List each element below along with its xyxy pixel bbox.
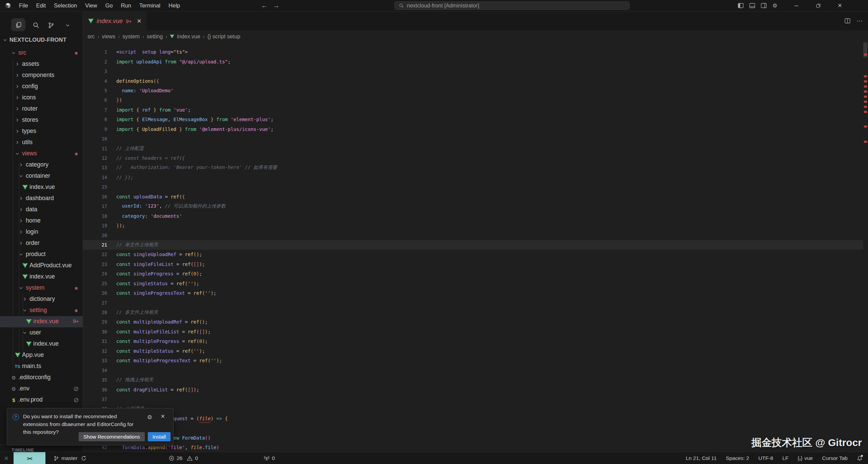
tree-item-system[interactable]: system (0, 283, 83, 294)
code-line-5[interactable]: 5 name: 'UploadDemo' (83, 86, 863, 95)
breadcrumb-item-views[interactable]: views (102, 34, 115, 40)
code-line-20[interactable]: 20 (83, 230, 863, 240)
tree-item-AddProduct-vue[interactable]: AddProduct.vue (0, 260, 83, 271)
tree-item-types[interactable]: types (0, 126, 83, 137)
tree-item-order[interactable]: order (0, 238, 83, 249)
tree-item-icons[interactable]: icons (0, 92, 83, 103)
code-line-6[interactable]: 6}) (83, 95, 863, 105)
menu-help[interactable]: Help (164, 0, 184, 11)
cursor-tab-item[interactable]: Cursor Tab (822, 455, 848, 461)
notification-settings-icon[interactable]: ⚙ (147, 414, 152, 421)
explorer-view-button[interactable] (11, 18, 25, 31)
code-line-27[interactable]: 27 (83, 298, 863, 307)
ports-status-item[interactable]: 0 (264, 452, 275, 464)
nav-back-icon[interactable]: ← (261, 2, 268, 9)
code-line-16[interactable]: 16const uploadData = ref({ (83, 192, 863, 201)
nav-forward-icon[interactable]: → (273, 2, 279, 9)
code-line-22[interactable]: 22const singleUploadRef = ref(); (83, 250, 863, 259)
restore-button[interactable] (810, 0, 826, 11)
tree-item-stores[interactable]: stores (0, 115, 83, 126)
command-center[interactable]: nextcloud-front [Administrator] (394, 1, 630, 10)
tree-item-home[interactable]: home (0, 215, 83, 227)
code-line-4[interactable]: 4defineOptions({ (83, 76, 863, 85)
code-line-35[interactable]: 35// 拖拽上传相关 (83, 375, 863, 385)
breadcrumb-item-file[interactable]: index.vue (177, 34, 200, 40)
search-view-icon[interactable] (32, 21, 40, 29)
code-line-13[interactable]: 13// Authorization: 'Bearer your-token-h… (83, 163, 863, 172)
more-actions-icon[interactable]: ⋯ (856, 17, 863, 25)
breadcrumb[interactable]: src›views›system›setting›index.vue›{} sc… (83, 31, 868, 42)
code-line-2[interactable]: 2import uploadApi from "@/api/upload.ts"… (83, 57, 863, 66)
tree-item--editorconfig[interactable]: ⚙.editorconfig (0, 372, 83, 383)
code-line-7[interactable]: 7import { ref } from 'vue'; (83, 105, 863, 115)
tree-item-user[interactable]: user (0, 327, 83, 339)
encoding-item[interactable]: UTF-8 (758, 455, 773, 461)
code-line-40[interactable]: 40 console.log(file) (83, 423, 863, 433)
code-line-3[interactable]: 3 (83, 66, 863, 76)
code-line-8[interactable]: 8import { ElMessage, ElMessageBox } from… (83, 115, 863, 124)
tree-item-components[interactable]: components (0, 70, 83, 81)
tree-item-category[interactable]: category (0, 159, 83, 171)
menu-file[interactable]: File (15, 0, 32, 11)
code-line-14[interactable]: 14// }); (83, 173, 863, 182)
breadcrumb-item-system[interactable]: system (122, 34, 140, 40)
code-line-33[interactable]: 33const multipleProgressText = ref(''); (83, 356, 863, 365)
code-line-36[interactable]: 36const dragFileList = ref([]); (83, 385, 863, 394)
show-recommendations-button[interactable]: Show Recommendations (79, 432, 145, 441)
language-mode-item[interactable]: {ₓ} vue (798, 455, 813, 461)
code-editor[interactable]: 1<script setup lang="ts">2import uploadA… (83, 47, 863, 452)
tree-item--env[interactable]: ⚙.env (0, 383, 83, 394)
code-line-12[interactable]: 12// const headers = ref({ (83, 153, 863, 163)
code-line-37[interactable]: 37 (83, 394, 863, 404)
menu-selection[interactable]: Selection (50, 0, 81, 11)
code-line-34[interactable]: 34 (83, 365, 863, 375)
minimize-button[interactable]: ─ (789, 0, 804, 11)
code-line-29[interactable]: 29const multipleUploadRef = ref(); (83, 317, 863, 327)
tree-item-dashboard[interactable]: dashboard (0, 193, 83, 204)
branch-status-item[interactable]: master (54, 452, 86, 464)
notification-close-icon[interactable]: ✕ (161, 413, 165, 420)
timeline-section-header[interactable]: TIMELINE (0, 445, 83, 452)
code-line-42[interactable]: 42 formData.append('file', file.file) (83, 443, 863, 452)
code-line-31[interactable]: 31const multipleProgress = ref(0); (83, 336, 863, 346)
breadcrumb-item-setting[interactable]: setting (147, 34, 163, 40)
tree-item-config[interactable]: config (0, 81, 83, 92)
code-line-26[interactable]: 26const singleProgressText = ref(''); (83, 288, 863, 298)
breadcrumb-symbol[interactable]: {} script setup (208, 34, 240, 40)
project-root-header[interactable]: NEXTCLOUD-FRONT (0, 34, 83, 45)
tree-item-index-vue[interactable]: index.vue (0, 271, 83, 283)
indentation-item[interactable]: Spaces: 2 (726, 455, 749, 461)
tree-item-index-vue[interactable]: index.vue (0, 182, 83, 193)
tree-item-setting[interactable]: setting (0, 305, 83, 316)
tree-item-router[interactable]: router (0, 103, 83, 115)
toggle-panel-icon[interactable] (749, 3, 755, 8)
notifications-bell-icon[interactable] (857, 456, 863, 461)
code-line-32[interactable]: 32const multipleStatus = ref(''); (83, 346, 863, 356)
code-line-38[interactable]: 38// 上传请求 (83, 404, 863, 413)
code-line-1[interactable]: 1<script setup lang="ts"> (83, 47, 863, 57)
menu-terminal[interactable]: Terminal (135, 0, 164, 11)
code-line-25[interactable]: 25const singleStatus = ref(''); (83, 279, 863, 288)
tree-item-assets[interactable]: assets (0, 59, 83, 70)
menu-run[interactable]: Run (117, 0, 135, 11)
remote-indicator[interactable]: >< (14, 452, 45, 464)
code-line-10[interactable]: 10 (83, 134, 863, 143)
code-line-19[interactable]: 19}); (83, 221, 863, 230)
install-button[interactable]: Install (148, 432, 171, 441)
code-line-15[interactable]: 15 (83, 182, 863, 192)
menu-edit[interactable]: Edit (32, 0, 50, 11)
menu-view[interactable]: View (81, 0, 101, 11)
toggle-sidebar-icon[interactable] (738, 3, 744, 8)
code-line-18[interactable]: 18 category: 'documents' (83, 211, 863, 220)
toggle-secondary-sidebar-icon[interactable] (761, 3, 767, 8)
close-window-button[interactable]: ✕ (832, 0, 848, 11)
source-control-icon[interactable] (47, 21, 55, 29)
tree-item-main-ts[interactable]: TSmain.ts (0, 361, 83, 372)
code-line-21[interactable]: 21// 单文件上传相关 (83, 240, 863, 250)
tree-item-login[interactable]: login (0, 227, 83, 238)
split-editor-icon[interactable] (845, 18, 850, 23)
tree-item-index-vue[interactable]: index.vue (0, 339, 83, 350)
tree-item-App-vue[interactable]: App.vue (0, 350, 83, 361)
code-line-39[interactable]: 39const singleUploadRequest = (file) => … (83, 414, 863, 423)
tree-item-product[interactable]: product (0, 249, 83, 260)
